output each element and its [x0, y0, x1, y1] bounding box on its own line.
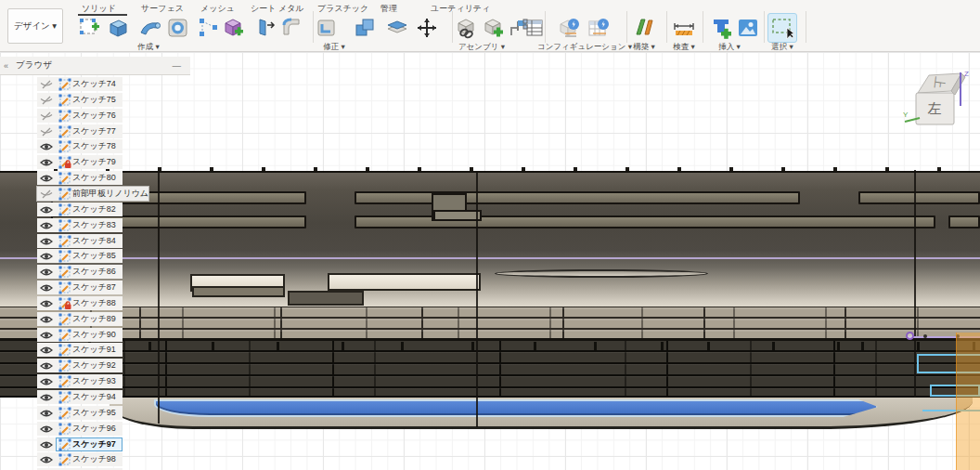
tab-surface[interactable]: サーフェス — [141, 3, 184, 15]
browser-row[interactable]: スケッチ85 — [37, 249, 122, 263]
browser-row[interactable]: スケッチ79 — [37, 155, 122, 169]
browser-row[interactable]: スケッチ98 — [37, 452, 122, 466]
sketch-point[interactable] — [906, 332, 914, 340]
browser-row[interactable]: スケッチ97 — [37, 437, 122, 451]
frame-line[interactable] — [476, 173, 478, 427]
group-label-insert[interactable]: 挿入 ▾ — [718, 42, 741, 53]
browser-row[interactable]: スケッチ86 — [37, 265, 122, 279]
browser-row-body[interactable]: スケッチ76 — [56, 109, 122, 123]
browser-row-body[interactable]: スケッチ78 — [56, 139, 122, 153]
hull-fender-shadow[interactable] — [192, 286, 285, 297]
eye-icon[interactable] — [37, 315, 56, 324]
browser-panel-header[interactable]: « ブラウザ — — [0, 57, 190, 75]
browser-row[interactable]: スケッチ92 — [37, 359, 122, 372]
browser-row[interactable]: スケッチ94 — [37, 390, 122, 404]
frame-line[interactable] — [158, 173, 160, 424]
hull-plating-upper[interactable] — [0, 307, 980, 340]
browser-row-body[interactable]: スケッチ95 — [56, 406, 122, 420]
browser-row-body[interactable]: スケッチ74 — [56, 77, 122, 91]
new-component-icon[interactable] — [482, 16, 506, 40]
browser-minimize-icon[interactable]: — — [173, 60, 182, 71]
eye-icon[interactable] — [37, 283, 56, 293]
split-body-icon[interactable] — [385, 16, 409, 40]
eye-icon[interactable] — [37, 393, 56, 402]
deck-slot[interactable] — [355, 191, 800, 204]
eye-icon[interactable] — [37, 299, 56, 308]
move-icon[interactable] — [415, 16, 439, 40]
browser-row[interactable]: スケッチ96 — [37, 422, 122, 436]
cylinder-primitive-icon[interactable] — [166, 16, 190, 40]
sweep-surface-icon[interactable] — [138, 16, 162, 40]
browser-row[interactable]: スケッチ75 — [37, 93, 122, 107]
construction-line-purple[interactable] — [0, 257, 980, 259]
group-label-modify[interactable]: 修正 ▾ — [323, 42, 345, 53]
eye-icon[interactable] — [37, 205, 56, 215]
deck-slot[interactable] — [948, 215, 980, 228]
tab-mesh[interactable]: メッシュ — [200, 3, 235, 15]
browser-row-body[interactable]: スケッチ97 — [56, 437, 122, 451]
tab-sheetmetal[interactable]: シート メタル — [251, 3, 304, 15]
eye-off-icon[interactable] — [37, 80, 56, 89]
browser-row[interactable]: スケッチ87 — [37, 281, 122, 294]
eye-icon[interactable] — [37, 377, 56, 386]
sketch-plane-overlay-orange[interactable] — [956, 333, 980, 470]
group-label-inspect[interactable]: 検査 ▾ — [673, 42, 695, 53]
browser-row[interactable]: スケッチ95 — [37, 406, 122, 420]
eye-off-icon[interactable] — [37, 127, 56, 137]
group-label-configure[interactable]: コンフィギュレーション ▾ — [537, 42, 632, 53]
eye-icon[interactable] — [37, 346, 56, 355]
eye-icon[interactable] — [37, 331, 56, 340]
browser-row[interactable]: スケッチ78 — [37, 139, 122, 153]
browser-row-body[interactable]: スケッチ98 — [56, 452, 122, 466]
create-sketch-icon[interactable] — [78, 16, 102, 40]
browser-row[interactable]: スケッチ74 — [37, 77, 122, 91]
view-cube[interactable]: 上 左 Z Y — [903, 65, 977, 132]
sketch-point[interactable] — [923, 334, 927, 338]
browser-row-body[interactable]: スケッチ75 — [56, 93, 122, 107]
eye-off-icon[interactable] — [37, 96, 56, 105]
hull-fender-box[interactable] — [328, 273, 481, 291]
browser-row-body[interactable]: スケッチ80 — [56, 171, 122, 185]
browser-row-body[interactable]: スケッチ92 — [56, 359, 122, 372]
browser-row[interactable]: スケッチ80 — [37, 171, 122, 185]
hull-plating-lower[interactable] — [0, 340, 980, 398]
tab-manage[interactable]: 管理 — [380, 3, 397, 15]
eye-icon[interactable] — [37, 409, 56, 418]
browser-row-body[interactable]: スケッチ77 — [56, 124, 122, 138]
browser-row[interactable]: スケッチ90 — [37, 328, 122, 342]
browser-row-body[interactable]: スケッチ88 — [56, 296, 122, 310]
hull-bottom[interactable] — [110, 398, 973, 429]
sketch-line-cyan[interactable] — [917, 354, 919, 373]
eye-icon[interactable] — [37, 424, 56, 434]
extrude-icon[interactable] — [106, 16, 130, 40]
eye-off-icon[interactable] — [37, 189, 56, 199]
group-label-select[interactable]: 選択 ▾ — [771, 42, 793, 53]
browser-row[interactable]: スケッチ84 — [37, 234, 122, 248]
browser-row[interactable]: スケッチ82 — [37, 202, 122, 216]
browser-row-body[interactable]: スケッチ86 — [56, 265, 122, 279]
design-menu-button[interactable]: デザイン ▾ — [7, 8, 63, 44]
browser-row[interactable]: スケッチ89 — [37, 312, 122, 326]
measure-icon[interactable] — [672, 16, 696, 40]
boss-bodies-icon[interactable] — [353, 16, 377, 40]
browser-row-body[interactable]: スケッチ94 — [56, 390, 122, 404]
eye-icon[interactable] — [37, 440, 56, 450]
frame-line[interactable] — [914, 170, 916, 398]
browser-row[interactable]: スケッチ93 — [37, 374, 122, 388]
group-label-construct[interactable]: 構築 ▾ — [633, 42, 655, 53]
browser-row-body[interactable]: スケッチ79 — [56, 155, 122, 169]
eye-icon[interactable] — [37, 237, 56, 246]
insert-derive-icon[interactable] — [454, 16, 478, 40]
plastic-part-icon[interactable] — [315, 16, 339, 40]
deck-hatch-strip[interactable] — [433, 210, 482, 221]
eye-off-icon[interactable] — [37, 111, 56, 121]
sheetmetal-flange-icon[interactable] — [254, 16, 278, 40]
configuration-table-icon[interactable] — [587, 16, 611, 40]
eye-icon[interactable] — [37, 221, 56, 230]
group-label-create[interactable]: 作成 ▾ — [137, 42, 160, 53]
eye-icon[interactable] — [37, 455, 56, 464]
model-canvas[interactable]: 上 左 Z Y « ブラウザ — スケッチ74スケッチ75スケッチ76スケッチ7… — [0, 52, 980, 470]
insert-text-icon[interactable] — [710, 16, 734, 40]
browser-row-body[interactable]: スケッチ87 — [56, 281, 122, 294]
browser-row-body[interactable]: スケッチ82 — [56, 202, 122, 216]
